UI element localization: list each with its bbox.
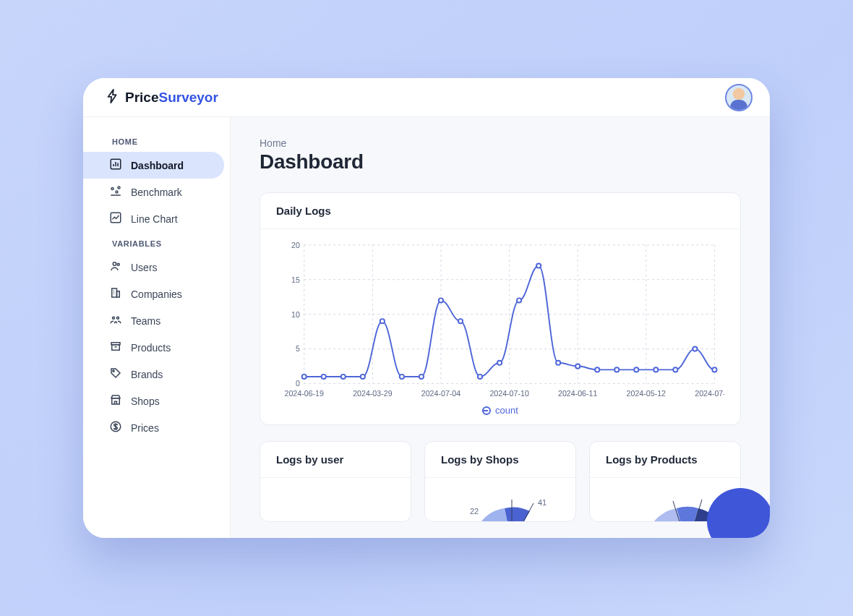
sidebar-item-line-chart[interactable]: Line Chart	[83, 205, 224, 232]
svg-text:15: 15	[291, 275, 300, 284]
svg-point-59	[673, 367, 677, 372]
sidebar-heading-home: HOME	[83, 130, 230, 152]
main-content: Home Dashboard Daily Logs 051015202024-0…	[231, 117, 770, 538]
svg-point-10	[117, 317, 119, 319]
sidebar-item-label: Companies	[131, 288, 182, 300]
people-icon	[109, 260, 122, 275]
svg-point-47	[439, 298, 443, 302]
svg-text:2024-06-11: 2024-06-11	[558, 389, 598, 398]
svg-text:2024-07-28: 2024-07-28	[695, 389, 724, 398]
sidebar-item-products[interactable]: Products	[83, 334, 224, 361]
sidebar-item-label: Line Chart	[131, 213, 178, 225]
svg-point-9	[113, 317, 115, 319]
sidebar-item-label: Teams	[131, 315, 160, 327]
dollar-icon	[109, 420, 122, 435]
svg-point-2	[116, 191, 118, 193]
group-icon	[109, 313, 122, 328]
svg-text:2024-07-04: 2024-07-04	[421, 389, 461, 398]
svg-point-53	[556, 361, 560, 365]
svg-point-55	[595, 367, 599, 372]
bolt-icon	[105, 88, 121, 107]
svg-text:10: 10	[291, 310, 300, 319]
line-chart-icon	[109, 211, 122, 226]
daily-logs-chart: 051015202024-06-192024-03-292024-07-0420…	[276, 239, 724, 401]
page-title: Dashboard	[260, 150, 741, 174]
sidebar-item-benchmark[interactable]: Benchmark	[83, 179, 224, 205]
svg-text:2024-03-29: 2024-03-29	[353, 389, 393, 398]
breadcrumb[interactable]: Home	[260, 137, 741, 149]
tag-icon	[109, 367, 122, 382]
svg-point-57	[634, 367, 638, 372]
svg-point-51	[517, 298, 521, 302]
archive-icon	[109, 340, 122, 355]
pie-slice-label: 22	[470, 507, 479, 516]
sidebar-item-label: Prices	[131, 422, 159, 434]
svg-point-46	[419, 375, 424, 379]
sidebar: HOME Dashboard Benchmark Line Chart VAR	[83, 117, 231, 538]
sidebar-item-label: Brands	[131, 369, 163, 380]
card-title: Logs by user	[260, 442, 411, 478]
svg-point-48	[458, 319, 463, 323]
sidebar-item-dashboard[interactable]: Dashboard	[83, 152, 224, 179]
svg-point-56	[614, 367, 619, 372]
svg-point-50	[497, 361, 502, 365]
svg-text:0: 0	[296, 379, 300, 388]
sidebar-item-brands[interactable]: Brands	[83, 361, 224, 388]
brand-logo[interactable]: PriceSurveyor	[105, 88, 218, 107]
svg-point-61	[712, 367, 716, 372]
sidebar-heading-variables: VARIABLES	[83, 232, 230, 254]
sidebar-item-shops[interactable]: Shops	[83, 388, 224, 414]
scatter-icon	[109, 184, 122, 200]
legend-label: count	[495, 405, 518, 416]
svg-point-13	[113, 370, 114, 372]
svg-point-1	[111, 188, 113, 190]
svg-point-5	[113, 262, 116, 266]
sidebar-item-label: Users	[131, 262, 158, 273]
sidebar-item-label: Products	[131, 342, 171, 354]
pie-chart-icon: 22 41	[461, 492, 562, 521]
svg-point-44	[380, 319, 385, 323]
topbar: PriceSurveyor	[83, 78, 770, 117]
svg-point-45	[400, 375, 404, 379]
card-title: Logs by Shops	[425, 442, 575, 478]
sidebar-item-companies[interactable]: Companies	[83, 281, 224, 307]
logs-by-products-card: Logs by Products	[589, 441, 741, 522]
sidebar-item-label: Shops	[131, 395, 160, 407]
sidebar-item-teams[interactable]: Teams	[83, 307, 224, 334]
svg-text:2024-05-12: 2024-05-12	[627, 389, 666, 398]
logs-by-shops-card: Logs by Shops 22 41	[424, 441, 576, 522]
svg-rect-8	[117, 291, 120, 297]
card-title: Logs by Products	[590, 442, 740, 478]
bar-chart-icon	[109, 158, 122, 173]
sidebar-item-label: Benchmark	[131, 187, 182, 198]
pie-slice-label: 41	[538, 498, 546, 507]
sidebar-item-label: Dashboard	[131, 160, 184, 171]
summary-row: Logs by user Logs by Shops 22 41	[260, 441, 741, 522]
svg-point-42	[341, 375, 346, 379]
chart-legend: count	[276, 405, 724, 416]
svg-point-60	[693, 347, 697, 351]
svg-rect-7	[112, 288, 117, 297]
svg-text:20: 20	[291, 241, 300, 249]
brand-name: PriceSurveyor	[125, 90, 218, 106]
svg-point-54	[575, 364, 580, 368]
svg-point-52	[536, 263, 541, 268]
shop-icon	[109, 393, 122, 408]
svg-point-3	[118, 187, 120, 189]
sidebar-item-users[interactable]: Users	[83, 254, 224, 281]
svg-point-43	[361, 375, 365, 379]
svg-text:2024-07-10: 2024-07-10	[489, 389, 529, 398]
svg-point-58	[653, 367, 658, 372]
svg-point-41	[322, 375, 326, 379]
svg-point-6	[117, 263, 119, 265]
svg-point-40	[302, 375, 307, 379]
logs-by-user-card: Logs by user	[260, 441, 411, 522]
daily-logs-card: Daily Logs 051015202024-06-192024-03-292…	[260, 192, 741, 425]
svg-point-49	[478, 375, 482, 379]
user-avatar[interactable]	[725, 84, 753, 111]
card-title: Daily Logs	[260, 193, 740, 229]
svg-text:5: 5	[296, 344, 300, 353]
sidebar-item-prices[interactable]: Prices	[83, 414, 224, 441]
app-window: PriceSurveyor HOME Dashboard Benchmark	[83, 78, 770, 538]
building-icon	[109, 286, 122, 301]
